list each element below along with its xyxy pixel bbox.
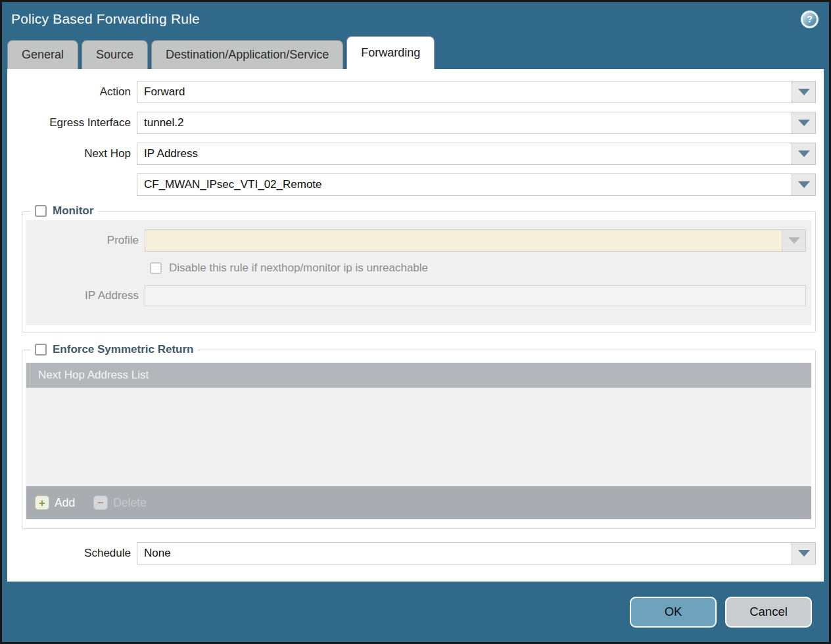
chevron-down-icon — [798, 120, 810, 126]
next-hop-address-list-body[interactable] — [26, 388, 811, 486]
monitor-fieldset: Monitor Profile Disable this rule if nex… — [22, 204, 816, 333]
next-hop-address-dropdown[interactable]: CF_MWAN_IPsec_VTI_02_Remote — [137, 173, 816, 196]
monitor-legend: Monitor — [30, 204, 98, 218]
egress-interface-value[interactable]: tunnel.2 — [137, 112, 792, 133]
chevron-down-icon — [798, 550, 810, 557]
help-icon[interactable]: ? — [801, 11, 819, 28]
disable-rule-label: Disable this rule if nexthop/monitor ip … — [169, 262, 428, 275]
next-hop-address-dropdown-button[interactable] — [792, 174, 815, 195]
next-hop-type-value[interactable]: IP Address — [137, 143, 792, 164]
forwarding-tab-panel: Action Forward Egress Interface tunnel.2… — [7, 69, 824, 582]
egress-interface-label: Egress Interface — [7, 116, 137, 129]
schedule-label: Schedule — [7, 547, 137, 560]
profile-row: Profile — [26, 229, 806, 252]
delete-button: − Delete — [93, 495, 147, 510]
next-hop-row: Next Hop IP Address — [7, 143, 816, 165]
delete-button-label: Delete — [113, 496, 147, 510]
profile-label: Profile — [26, 234, 145, 247]
schedule-row: Schedule None — [7, 542, 816, 564]
action-dropdown-button[interactable] — [792, 81, 815, 103]
chevron-down-icon — [798, 89, 810, 95]
enforce-symmetric-return-legend: Enforce Symmetric Return — [30, 343, 198, 356]
profile-dropdown — [145, 229, 806, 252]
monitor-disabled-panel: Profile Disable this rule if nexthop/mon… — [26, 220, 811, 325]
dialog-titlebar: Policy Based Forwarding Rule ? — [2, 2, 829, 36]
dialog-footer: OK Cancel — [2, 582, 829, 642]
disable-rule-row: Disable this rule if nexthop/monitor ip … — [150, 262, 811, 275]
egress-interface-dropdown[interactable]: tunnel.2 — [137, 112, 816, 134]
pbf-rule-dialog: Policy Based Forwarding Rule ? General S… — [0, 0, 831, 644]
tab-source[interactable]: Source — [82, 40, 148, 69]
action-value[interactable]: Forward — [137, 81, 792, 103]
schedule-value[interactable]: None — [137, 543, 792, 564]
enforce-symmetric-return-checkbox[interactable] — [35, 344, 47, 356]
add-button-label: Add — [55, 496, 75, 510]
minus-icon: − — [93, 495, 108, 510]
disable-rule-checkbox — [150, 262, 162, 274]
chevron-down-icon — [788, 237, 800, 244]
monitor-checkbox[interactable] — [35, 205, 47, 217]
monitor-ip-address-input — [145, 285, 806, 306]
action-row: Action Forward — [7, 81, 816, 103]
profile-dropdown-button — [782, 230, 805, 251]
next-hop-type-dropdown[interactable]: IP Address — [137, 143, 816, 165]
next-hop-address-value[interactable]: CF_MWAN_IPsec_VTI_02_Remote — [137, 174, 792, 195]
cancel-button[interactable]: Cancel — [725, 597, 812, 628]
next-hop-address-row: CF_MWAN_IPsec_VTI_02_Remote — [7, 173, 816, 196]
next-hop-address-list-header-label: Next Hop Address List — [38, 369, 149, 382]
chevron-down-icon — [798, 150, 810, 157]
tab-bar: General Source Destination/Application/S… — [2, 36, 829, 69]
dialog-title: Policy Based Forwarding Rule — [11, 11, 200, 27]
next-hop-label: Next Hop — [7, 147, 137, 160]
add-button[interactable]: + Add — [35, 495, 75, 510]
action-label: Action — [7, 85, 137, 99]
enforce-symmetric-return-legend-label: Enforce Symmetric Return — [53, 343, 193, 356]
tab-forwarding[interactable]: Forwarding — [346, 36, 435, 69]
chevron-down-icon — [798, 181, 810, 188]
egress-interface-row: Egress Interface tunnel.2 — [7, 112, 816, 134]
next-hop-address-list-header: Next Hop Address List — [26, 363, 811, 388]
monitor-legend-label: Monitor — [53, 204, 93, 218]
next-hop-address-list-toolbar: + Add − Delete — [26, 486, 811, 519]
next-hop-type-dropdown-button[interactable] — [792, 143, 815, 164]
tab-general[interactable]: General — [7, 40, 78, 69]
monitor-ip-address-row: IP Address — [26, 285, 806, 306]
plus-icon: + — [35, 495, 49, 510]
tab-destination-application-service[interactable]: Destination/Application/Service — [151, 40, 343, 69]
action-dropdown[interactable]: Forward — [137, 81, 816, 103]
monitor-ip-address-label: IP Address — [26, 289, 145, 302]
egress-interface-dropdown-button[interactable] — [792, 112, 815, 133]
header-edge-divider — [26, 363, 30, 388]
next-hop-address-list-table: Next Hop Address List + Add − Delete — [26, 363, 811, 519]
schedule-dropdown[interactable]: None — [137, 542, 816, 564]
enforce-symmetric-return-fieldset: Enforce Symmetric Return Next Hop Addres… — [22, 343, 816, 529]
schedule-dropdown-button[interactable] — [792, 543, 815, 564]
ok-button[interactable]: OK — [630, 597, 717, 628]
profile-value — [145, 230, 782, 251]
